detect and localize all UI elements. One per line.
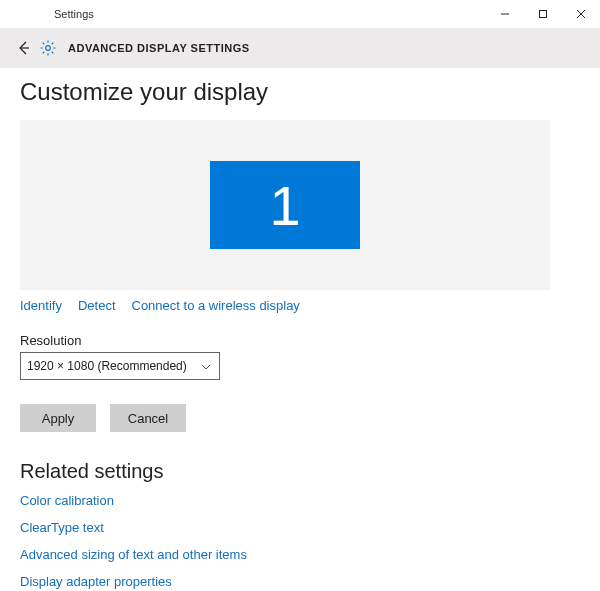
maximize-button[interactable] [524, 0, 562, 28]
svg-rect-1 [540, 11, 547, 18]
titlebar: Settings [0, 0, 600, 28]
action-buttons: Apply Cancel [20, 404, 580, 432]
window-controls [486, 0, 600, 28]
display-adapter-properties-link[interactable]: Display adapter properties [20, 574, 580, 589]
resolution-select[interactable]: 1920 × 1080 (Recommended) [20, 352, 220, 380]
related-settings-heading: Related settings [20, 460, 580, 483]
connect-wireless-link[interactable]: Connect to a wireless display [132, 298, 300, 313]
breadcrumb: ADVANCED DISPLAY SETTINGS [68, 42, 250, 54]
resolution-label: Resolution [20, 333, 580, 348]
minimize-button[interactable] [486, 0, 524, 28]
back-button[interactable] [10, 35, 36, 61]
related-settings-list: Color calibration ClearType text Advance… [20, 493, 580, 589]
advanced-sizing-link[interactable]: Advanced sizing of text and other items [20, 547, 580, 562]
apply-button[interactable]: Apply [20, 404, 96, 432]
color-calibration-link[interactable]: Color calibration [20, 493, 580, 508]
header-bar: ADVANCED DISPLAY SETTINGS [0, 28, 600, 68]
page-title: Customize your display [20, 78, 580, 106]
resolution-selected-value: 1920 × 1080 (Recommended) [27, 359, 187, 373]
content-area[interactable]: Customize your display 1 Identify Detect… [0, 68, 600, 591]
window-title: Settings [54, 8, 94, 20]
cancel-button[interactable]: Cancel [110, 404, 186, 432]
cleartype-text-link[interactable]: ClearType text [20, 520, 580, 535]
gear-icon [38, 38, 58, 58]
display-action-links: Identify Detect Connect to a wireless di… [20, 298, 580, 313]
detect-link[interactable]: Detect [78, 298, 116, 313]
monitor-1[interactable]: 1 [210, 161, 360, 249]
identify-link[interactable]: Identify [20, 298, 62, 313]
svg-point-5 [46, 46, 51, 51]
close-button[interactable] [562, 0, 600, 28]
chevron-down-icon [201, 361, 211, 372]
monitor-number: 1 [269, 173, 300, 238]
display-preview: 1 [20, 120, 550, 290]
